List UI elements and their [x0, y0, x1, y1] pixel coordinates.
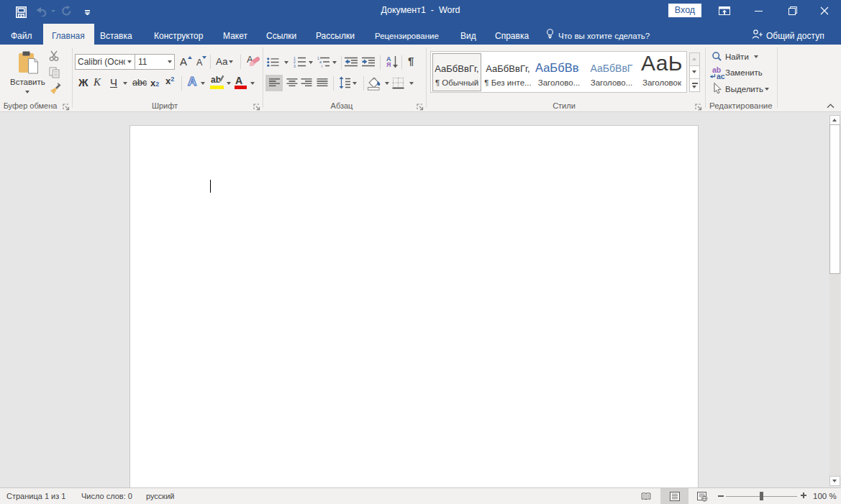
svg-text:i: i [322, 64, 322, 68]
svg-text:3: 3 [294, 64, 296, 68]
